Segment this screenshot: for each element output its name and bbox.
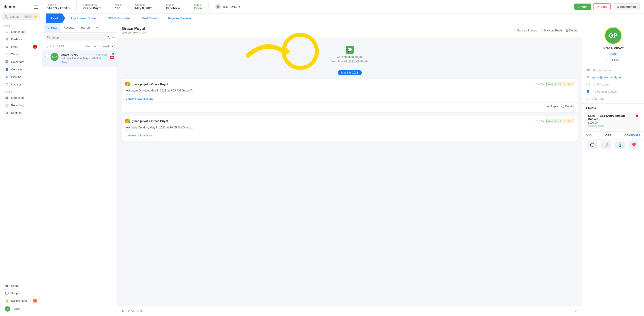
abandoned-button[interactable]: ⊞ Abandoned: [613, 3, 640, 10]
sidebar-search[interactable]: 🔍 Search ctrl K ⚡: [2, 13, 40, 20]
search-icon: 🔍: [47, 36, 51, 39]
created-label: Created: [135, 3, 152, 6]
notes-tab-button[interactable]: 📝: [601, 141, 611, 149]
stage-label: Lead: [51, 16, 58, 20]
won-button[interactable]: ✓ Won: [574, 3, 591, 10]
select-all-checkbox[interactable]: [45, 45, 48, 48]
thread-more-2[interactable]: 1 more emails in thread: [126, 134, 574, 137]
sidebar-item-label: Phone: [11, 284, 20, 288]
app-logo: demo: [4, 4, 15, 9]
stage-payment-received[interactable]: Payment Received: [163, 13, 198, 23]
sidebar-item-reporting[interactable]: 📊 Reporting: [1, 101, 40, 109]
sidebar-item-label: Support: [11, 292, 21, 295]
tab-starred[interactable]: Starred: [77, 23, 93, 32]
category-filter[interactable]: Other: [82, 44, 97, 49]
header-actions: ✓ Won ✕ Lost ⊞ Abandoned: [574, 3, 640, 10]
timezone-field-label: No Timezone: [592, 83, 610, 86]
tab-all[interactable]: All: [93, 23, 102, 32]
tags-label: Add Tags: [592, 97, 604, 100]
chat-tab-button[interactable]: 💬: [588, 141, 597, 149]
results-count: 1 RESULTS: [50, 45, 64, 48]
mark-starred-button[interactable]: ☆ Mark as Starred: [513, 29, 537, 32]
phone-field-label: Phone Number: [592, 69, 612, 72]
header-sep-2: [108, 2, 108, 11]
sidebar-item-label: Invoices: [11, 83, 22, 86]
team-tag: Team: [61, 61, 69, 64]
deal-delete-button[interactable]: 🗑: [635, 114, 638, 118]
delete-button[interactable]: 🗑 Delete: [565, 29, 578, 32]
compose-button[interactable]: ✏: [112, 35, 114, 40]
sort-filter[interactable]: Latest: [99, 44, 114, 49]
sidebar-item-inbox[interactable]: ✉ Inbox 1: [1, 43, 40, 50]
pipeline-value[interactable]: SALES - TEST ▾: [46, 6, 70, 10]
conversation-search-box[interactable]: 🔍: [45, 34, 106, 40]
email-sender-2: grace puyot > Grace Puyot: [132, 119, 168, 123]
sidebar-item-notifications[interactable]: 🔔 Notifications 3: [1, 297, 40, 305]
filter-button[interactable]: ⚗: [107, 35, 110, 40]
email-sender: grace puyot > Grace Puyot: [132, 83, 168, 86]
stage-deal-closed[interactable]: Deal Closed: [137, 13, 163, 23]
stage-demo-completed[interactable]: DEMO Completed: [102, 13, 136, 23]
trash-icon: 🗑: [565, 29, 568, 32]
configure-button[interactable]: CONFIGURE: [624, 134, 640, 137]
accepted-badge: Accepted: [546, 82, 560, 86]
chevron-down-icon: ▾: [586, 106, 587, 110]
related-contact-label: No Related Contact: [592, 90, 618, 93]
sidebar-item-launchpad[interactable]: ⊞ Launchpad: [1, 28, 40, 35]
tasks-tab-button[interactable]: 💲: [615, 141, 625, 149]
stage-appointment-booked[interactable]: Appointment Booked: [65, 13, 102, 23]
chat-header: Grace Puyot Created: May 8, 2023 ☆ Mark …: [118, 23, 582, 38]
conv-item-name: Grace Puyot: [61, 53, 78, 56]
mark-read-button[interactable]: ✉ Mark as Read: [541, 29, 562, 32]
calendars-icon: 📅: [5, 60, 9, 64]
tab-recents[interactable]: Recents: [60, 23, 77, 32]
sidebar-item-calendars[interactable]: 📅 Calendars: [1, 58, 40, 65]
sidebar-item-label: Contacts: [11, 68, 22, 71]
sidebar-item-pipeline[interactable]: ◈ Pipeline: [1, 73, 40, 81]
checkmark-icon: ✓: [578, 5, 580, 8]
chat-created: Created: May 8, 2023: [122, 31, 147, 34]
calendar-tab-button[interactable]: 📅: [629, 141, 639, 149]
right-panel: GP Grace Puyot ...am TEST ONE ☎ Phone Nu…: [582, 23, 644, 316]
header-sep-5: [187, 2, 187, 11]
sidebar-item-dashboard[interactable]: ⊟ Dashboard: [1, 35, 40, 43]
details-button[interactable]: ⓘ Details: [561, 104, 574, 108]
lightning-icon: ⚡: [33, 15, 38, 19]
reply-button[interactable]: ↩ Reply: [547, 104, 558, 108]
main-content: Pipeline SALES - TEST ▾ Opportunity Grac…: [42, 0, 644, 316]
header-assigned[interactable]: 👤 TEST ONE ▾: [215, 4, 240, 9]
expand-icon[interactable]: ⤢: [575, 309, 578, 313]
lost-button[interactable]: ✕ Lost: [593, 3, 610, 10]
tags-row[interactable]: 🏷 Add Tags: [586, 96, 640, 101]
related-contact-icon: 👤: [586, 89, 590, 94]
stage-lead[interactable]: Lead: [46, 13, 65, 23]
sidebar-item-support[interactable]: 💬 Support: [1, 290, 40, 297]
settings-icon: ⚙: [5, 111, 9, 115]
hamburger-menu[interactable]: [34, 5, 38, 9]
conv-item-preview: test reply On Mon, May 8, 2023 at ...: [61, 57, 108, 60]
sidebar-item-tasks[interactable]: ✓ Tasks: [1, 50, 40, 58]
header-sep-3: [128, 2, 128, 11]
contact-team-tag: ...am: [608, 52, 618, 56]
chat-compose[interactable]: ✉ Send Email ⤢: [118, 306, 582, 316]
header-created: Created May 8, 2023: [135, 3, 152, 10]
search-input[interactable]: [52, 36, 103, 39]
tab-unread[interactable]: Unread: [44, 23, 60, 32]
sidebar-item-invoices[interactable]: 📋 Invoices: [1, 81, 40, 88]
sidebar-item-profile[interactable]: G Profile: [1, 305, 40, 313]
sidebar-item-marketing[interactable]: 📣 Marketing: [1, 94, 40, 101]
sidebar-item-settings[interactable]: ⚙ Settings: [1, 109, 40, 116]
notifications-badge: 3: [33, 299, 37, 303]
deal-card: Sales - TEST (Appointment Booked) $100.0…: [586, 112, 640, 129]
sidebar-item-label: Reporting: [11, 104, 24, 107]
email-body-2: test reply On Mon, May 8, 2023 at 10:05 …: [126, 125, 574, 130]
conversation-item[interactable]: GP Grace Puyot 9 days ago test reply On …: [42, 50, 117, 67]
sidebar-item-phone[interactable]: ☎ Phone: [1, 282, 40, 290]
email-message-2: M grace puyot > Grace Puyot 10:07 AM Acc…: [122, 116, 578, 141]
sidebar-item-contacts[interactable]: 👤 Contacts: [1, 65, 40, 73]
thread-more[interactable]: 1 more emails in thread: [126, 97, 574, 100]
sidebar-header: demo: [0, 3, 42, 13]
dashboard-icon: ⊟: [5, 37, 9, 41]
chat-contact-name: Grace Puyot: [122, 26, 147, 31]
conv-checkbox[interactable]: [45, 54, 48, 57]
